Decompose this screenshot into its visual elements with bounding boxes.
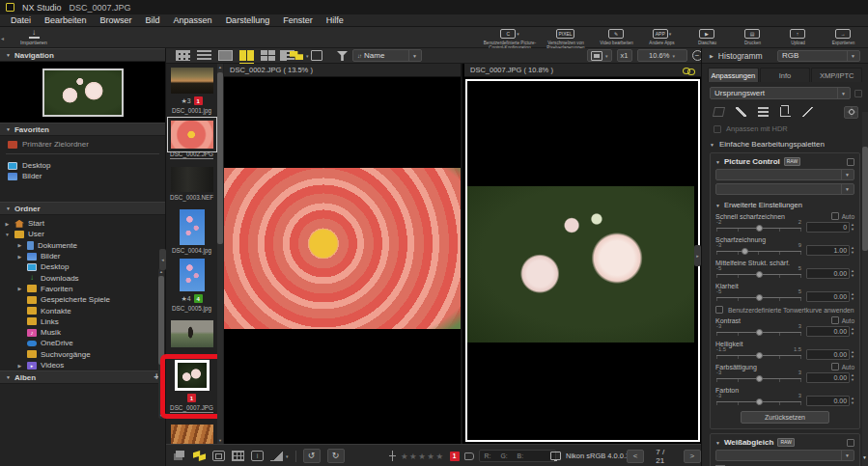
- filmstrip-item[interactable]: ★4 4 DSC_0005.jpg: [172, 259, 211, 312]
- preset-dropdown[interactable]: Ursprungswert ▼: [710, 87, 851, 99]
- copy-adjustments-icon[interactable]: [174, 451, 186, 461]
- toolbar-button[interactable]: PIXEL Verschmelzen von Pixelverlagerunge…: [538, 27, 594, 48]
- stepper[interactable]: ▲▼: [851, 327, 854, 336]
- chevron-down-icon[interactable]: ▾: [306, 53, 309, 59]
- redo-button[interactable]: ↻: [327, 449, 345, 463]
- stepper[interactable]: ▲▼: [851, 246, 854, 255]
- toolbar-button[interactable]: APP ▾ Andere Apps: [639, 27, 685, 48]
- filter-icon[interactable]: [337, 51, 348, 61]
- slider-thumb[interactable]: [756, 225, 763, 232]
- folder-tree-item[interactable]: ▶ Dokumente: [0, 240, 165, 251]
- picture-control-dropdown[interactable]: ▼: [715, 169, 854, 180]
- stepper[interactable]: ▲▼: [851, 397, 854, 405]
- compare-icon[interactable]: [193, 451, 206, 461]
- preset-checkbox[interactable]: [854, 90, 862, 97]
- info-overlay-icon[interactable]: i: [251, 451, 264, 461]
- folders-header[interactable]: ▼ Ordner: [0, 202, 165, 215]
- favorite-item[interactable]: Bilder: [0, 171, 165, 181]
- thumbnail[interactable]: [171, 320, 213, 347]
- inspector-scrollbar[interactable]: [862, 112, 868, 466]
- expander-icon[interactable]: ▶: [16, 363, 23, 369]
- slider-value-field[interactable]: 0.00: [806, 291, 850, 302]
- histogram-expander-icon[interactable]: ▶: [710, 53, 714, 59]
- menu-item[interactable]: Bearbeiten: [38, 14, 94, 27]
- scroll-down-icon[interactable]: ▼: [861, 454, 868, 460]
- crop-icon[interactable]: [780, 107, 791, 117]
- filmstrip-scrollbar[interactable]: ▲ ▼: [217, 64, 223, 444]
- next-image-button[interactable]: >: [684, 450, 701, 463]
- folder-tree-item[interactable]: Gespeicherte Spiele: [0, 294, 165, 305]
- two-images-view-icon[interactable]: [239, 50, 254, 61]
- favorite-item[interactable]: Desktop: [0, 160, 165, 171]
- scrollbar-handle[interactable]: [217, 72, 223, 244]
- auto-checkbox[interactable]: [831, 363, 839, 370]
- slider-track[interactable]: [716, 294, 801, 301]
- inspector-tab[interactable]: XMP/IPTC: [811, 68, 862, 82]
- label-tag-icon[interactable]: [464, 452, 474, 460]
- menu-item[interactable]: Bild: [139, 14, 167, 27]
- thumbnail-list-view-icon[interactable]: [197, 50, 211, 61]
- expander-icon[interactable]: ▶: [16, 286, 23, 291]
- zoom-100-button[interactable]: x1: [617, 49, 632, 62]
- folder-tree-item[interactable]: ▶ Favoriten: [0, 284, 165, 294]
- slider-thumb[interactable]: [756, 294, 763, 301]
- slider-track[interactable]: [716, 248, 801, 255]
- viewer-pane-right[interactable]: DSC_0007.JPG ( 10.8% ): [464, 64, 701, 444]
- scrollbar-handle[interactable]: [158, 276, 164, 365]
- histogram-overlay-icon[interactable]: [270, 451, 283, 461]
- slider-value-field[interactable]: 0.00: [806, 372, 850, 383]
- slider-track[interactable]: [716, 271, 801, 278]
- scroll-down-icon[interactable]: ▼: [217, 438, 223, 443]
- inspector-tab[interactable]: Anpassungen: [708, 68, 759, 82]
- reset-button[interactable]: Zurücksetzen: [741, 411, 829, 424]
- slider-thumb[interactable]: [756, 398, 763, 405]
- photo-roses[interactable]: [467, 186, 694, 343]
- slider-value-field[interactable]: 0.00: [806, 349, 850, 360]
- frame-view-icon[interactable]: [212, 451, 225, 461]
- folder-tree-item[interactable]: Links: [0, 316, 165, 327]
- toolbar-button[interactable]: → Exportieren: [821, 27, 866, 48]
- folder-tree-item[interactable]: Kontakte: [0, 305, 165, 315]
- thumbnail[interactable]: [180, 209, 205, 245]
- undo-button[interactable]: ↺: [303, 449, 321, 463]
- slider-track[interactable]: [716, 329, 801, 336]
- slider-thumb[interactable]: [756, 375, 763, 382]
- star-rating-control[interactable]: ★★★★★: [401, 452, 445, 461]
- folder-tree-item[interactable]: ▶ Bilder: [0, 251, 165, 261]
- stepper[interactable]: ▲▼: [851, 373, 854, 382]
- image-view-icon[interactable]: [218, 50, 233, 61]
- expander-icon[interactable]: ▼: [4, 232, 11, 237]
- auto-option[interactable]: Auto: [831, 316, 854, 324]
- slider-value-field[interactable]: 0: [806, 222, 850, 233]
- palettes-section-header[interactable]: ▼ Einfache Bearbeitungspaletten: [710, 140, 860, 149]
- menu-item[interactable]: Fenster: [276, 14, 320, 27]
- slider-thumb[interactable]: [756, 329, 763, 336]
- thumbnail-grid-view-icon[interactable]: [176, 50, 190, 61]
- folder-tree-item[interactable]: OneDrive: [0, 338, 165, 348]
- thumbnail[interactable]: [171, 121, 213, 149]
- thumbnail[interactable]: [175, 360, 210, 391]
- menu-item[interactable]: Darstellung: [219, 14, 277, 27]
- favorites-header[interactable]: ▼ Favoriten: [0, 123, 165, 136]
- stepper[interactable]: ▲▼: [851, 292, 854, 301]
- import-button[interactable]: ↓ Importieren: [12, 28, 56, 47]
- grid-overlay-icon[interactable]: [232, 451, 244, 461]
- auto-checkbox[interactable]: [831, 212, 839, 220]
- toolbar-button[interactable]: ✎ Video bearbeiten: [594, 27, 639, 48]
- folder-tree-item[interactable]: Musik: [0, 327, 165, 338]
- filmstrip-item[interactable]: [171, 320, 213, 347]
- photo-dahlia[interactable]: [224, 168, 461, 329]
- advanced-settings-header[interactable]: ▼ Erweiterte Einstellungen: [715, 201, 854, 209]
- sort-dropdown[interactable]: ↓↑ Name ▼: [352, 49, 422, 62]
- viewer-pane-left[interactable]: DSC_0002.JPG ( 13.5% ): [224, 64, 462, 444]
- slider-value-field[interactable]: 0.00: [806, 326, 850, 337]
- four-images-view-icon[interactable]: [261, 50, 275, 61]
- filmstrip-item[interactable]: DSC_0003.NEF: [170, 167, 213, 201]
- auto-checkbox[interactable]: [831, 316, 839, 324]
- scrollbar-handle[interactable]: [862, 147, 868, 251]
- slider-thumb[interactable]: [742, 248, 748, 255]
- auto-option[interactable]: Auto: [831, 212, 854, 220]
- toolbar-button[interactable]: C ▾ Benutzerdefinierte Picture-Control-K…: [482, 27, 538, 48]
- straighten-icon[interactable]: [713, 107, 725, 117]
- favorite-item[interactable]: Primärer Zielordner: [0, 139, 165, 150]
